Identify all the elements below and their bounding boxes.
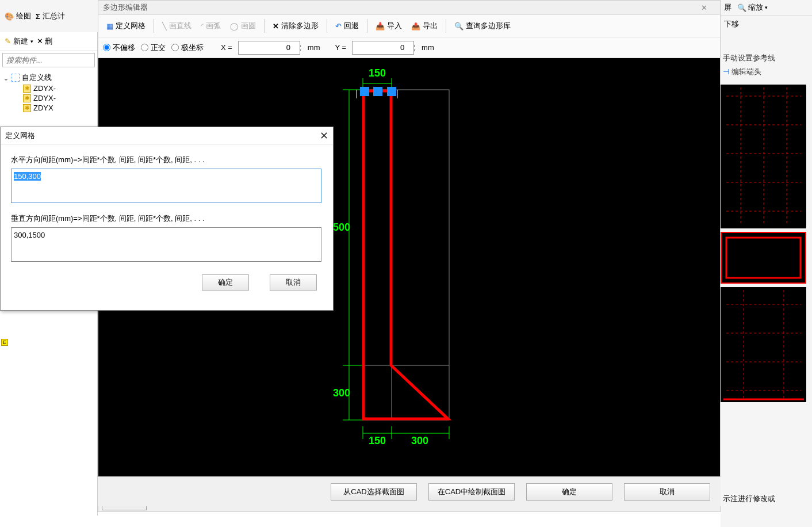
edit-end-button[interactable]: ⊣ 编辑端头 [723,65,810,79]
to-cad-button[interactable]: 在CAD中绘制截面图 [428,483,515,501]
query-polygon-lib-button[interactable]: 🔍 查询多边形库 [451,18,514,33]
component-search-input[interactable] [2,53,95,67]
dialog-cancel-button[interactable]: 取消 [270,274,317,291]
fullscreen-label: 屏 [724,2,731,13]
draw-line-label: 画直线 [169,21,191,31]
export-label: 导出 [423,21,438,31]
editor-close-button[interactable]: ✕ [692,3,715,12]
tree-item[interactable]: ✱ ZDYX- [2,83,97,93]
query-polygon-lib-label: 查询多边形库 [466,21,511,31]
editor-ok-button[interactable]: 确定 [526,483,612,501]
selection-handle[interactable] [373,87,382,96]
dialog-ok-button[interactable]: 确定 [202,274,249,291]
import-icon: 📥 [376,22,385,30]
toolbar-separator [446,19,446,33]
edit-end-label: 编辑端头 [731,67,761,76]
endpoint-icon: ⊣ [723,67,729,76]
gear-icon: ✱ [23,85,31,93]
vertical-spacing-input[interactable]: 300,1500 [11,227,321,262]
y-input[interactable] [352,41,414,55]
component-tree: ⌄ 自定义线 ✱ ZDYX- ✱ ZDYX- ✱ ZDYX [0,70,97,113]
tree-root-row[interactable]: ⌄ 自定义线 [2,72,97,83]
new-label: 新建 [13,36,28,47]
dim-bottom-right: 300 [411,435,428,447]
tree-item[interactable]: ✱ ZDYX [2,103,97,113]
arc-icon: ◜ [201,22,204,30]
collapse-icon[interactable]: ⌄ [2,74,9,82]
draw-circle-button[interactable]: ◯ 画圆 [227,18,259,33]
ortho-radio[interactable]: 正交 [141,43,166,53]
close-icon: ✕ [273,22,279,30]
shape-preview-1[interactable] [721,85,806,228]
dim-bottom-left: 150 [369,435,386,447]
import-button[interactable]: 📥 导入 [372,18,405,33]
dim-left-lower: 300 [333,387,350,399]
define-grid-dialog: 定义网格 ✕ 水平方向间距(mm)=>间距*个数, 间距, 间距*个数, 间距,… [0,127,334,311]
import-label: 导入 [387,21,402,31]
nooffset-label: 不偏移 [113,43,135,53]
shape-preview-2[interactable] [721,232,806,284]
draw-arc-button[interactable]: ◜ 画弧 [197,18,224,33]
editor-toolbar: ▦ 定义网格 ╲ 画直线 ◜ 画弧 ◯ 画圆 ✕ 清除多边形 ↶ 回退 📥 导入 [98,14,720,37]
right-panel: 屏 🔍 缩放 ▾ 下移 手动设置参考线 ⊣ 编辑端头 [721,0,812,527]
toolbar-separator [327,19,327,33]
chevron-down-icon: ▾ [30,39,33,44]
svg-rect-24 [726,238,800,278]
search-icon: 🔍 [454,22,464,30]
undo-button[interactable]: ↶ 回退 [332,18,362,33]
draw-button[interactable]: 🎨 绘图 [5,11,31,21]
x-input[interactable] [238,41,300,55]
delete-label: 删 [45,36,52,47]
yellow-tag: E [1,337,8,346]
vertical-spacing-value: 300,1500 [14,231,45,239]
draw-circle-label: 画圆 [241,21,256,31]
nooffset-radio[interactable]: 不偏移 [103,43,135,53]
draw-line-button[interactable]: ╲ 画直线 [159,18,195,33]
export-button[interactable]: 📤 导出 [408,18,441,33]
draw-label: 绘图 [16,11,31,21]
clear-polygon-button[interactable]: ✕ 清除多边形 [269,18,322,33]
editor-cancel-button[interactable]: 取消 [624,483,710,501]
editor-title: 多边形编辑器 [103,2,148,13]
toolbar-separator [264,19,265,33]
move-down-button[interactable]: 下移 [724,20,739,28]
from-cad-button[interactable]: 从CAD选择截面图 [331,483,417,501]
horizontal-spacing-label: 水平方向间距(mm)=>间距*个数, 间距, 间距*个数, 间距, . . . [11,155,323,165]
selection-handle[interactable] [387,87,396,96]
new-button[interactable]: ✎ 新建 ▾ [5,36,33,47]
y-label: Y = [335,43,346,52]
palette-icon: 🎨 [5,12,14,21]
zoom-button[interactable]: 🔍 缩放 ▾ [737,2,768,13]
dialog-close-button[interactable]: ✕ [320,129,328,142]
manual-ref-button[interactable]: 手动设置参考线 [723,51,810,65]
x-unit: mm [308,43,320,52]
y-unit: mm [422,43,434,52]
x-label: X = [221,43,232,52]
summary-label: 汇总计 [43,11,65,21]
polar-radio[interactable]: 极坐标 [171,43,204,53]
draw-arc-label: 画弧 [206,21,221,31]
vertical-spacing-label: 垂直方向间距(mm)=>间距*个数, 间距, 间距*个数, 间距, . . . [11,213,323,224]
new-icon: ✎ [5,37,11,45]
define-grid-button[interactable]: ▦ 定义网格 [103,18,149,33]
gear-icon: ✱ [23,94,31,102]
close-icon: ✕ [37,37,43,45]
fullscreen-button[interactable]: 屏 [724,2,731,13]
summary-button[interactable]: Σ 汇总计 [36,11,65,21]
clear-polygon-label: 清除多边形 [281,21,319,31]
zoom-label: 缩放 [748,2,763,13]
coordinate-bar: 不偏移 正交 极坐标 X = ▲▼ mm Y = ▲▼ mm [98,37,720,58]
editor-bottom-bar: 从CAD选择截面图 在CAD中绘制截面图 确定 取消 [98,476,721,506]
selection-handle[interactable] [360,87,369,96]
horizontal-spacing-value: 150,300 [14,172,41,181]
tree-item[interactable]: ✱ ZDYX- [2,93,97,103]
grid-icon: ▦ [106,22,113,30]
line-icon: ╲ [162,22,167,30]
polar-label: 极坐标 [181,43,204,53]
dim-top: 150 [369,67,386,79]
shape-preview-3[interactable] [721,287,806,402]
chevron-down-icon: ▾ [765,5,768,10]
horizontal-spacing-input[interactable]: 150,300 [11,169,321,203]
delete-button[interactable]: ✕ 删 [37,36,52,47]
toolbar-separator [154,19,154,33]
